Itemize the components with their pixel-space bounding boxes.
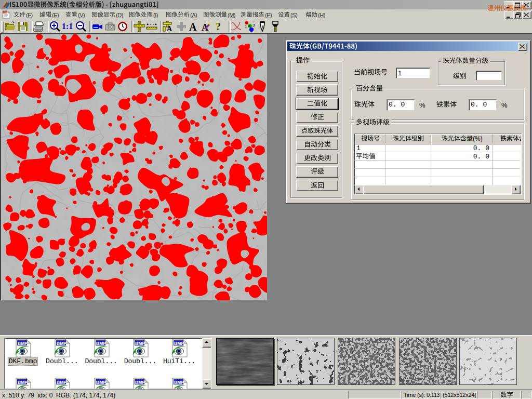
- svg-text:BMP: BMP: [96, 341, 106, 346]
- svg-text:BMP: BMP: [174, 380, 184, 385]
- svg-text:1: 1: [245, 24, 247, 29]
- svg-text:A: A: [167, 25, 172, 33]
- svg-text:a: a: [248, 23, 251, 28]
- svg-text:BMP: BMP: [135, 380, 145, 385]
- svg-text:BMP: BMP: [57, 341, 66, 346]
- svg-text:?: ?: [216, 21, 221, 32]
- svg-text:A: A: [189, 21, 197, 33]
- svg-text:BMP: BMP: [174, 341, 184, 346]
- svg-text:3: 3: [252, 23, 255, 28]
- svg-text:BMP: BMP: [18, 380, 28, 385]
- svg-text:DOC: DOC: [4, 11, 8, 14]
- svg-text:1:1: 1:1: [62, 22, 73, 31]
- svg-text:BMP: BMP: [96, 380, 106, 385]
- svg-text:BMP: BMP: [18, 341, 28, 346]
- svg-text:BMP: BMP: [57, 380, 66, 385]
- svg-text:BMP: BMP: [135, 341, 145, 346]
